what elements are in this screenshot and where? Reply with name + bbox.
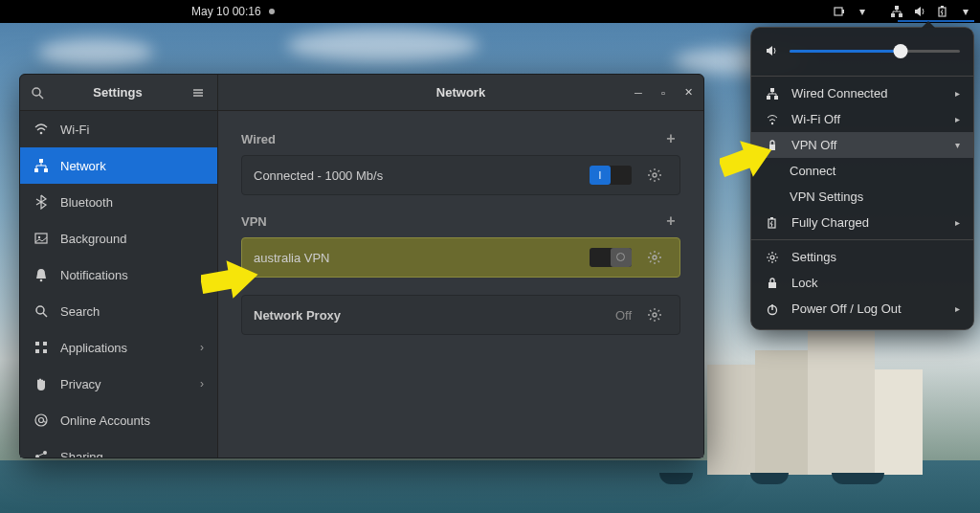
sidebar-item-search[interactable]: Search: [20, 293, 217, 329]
bell-icon: [33, 267, 49, 282]
svg-point-19: [36, 306, 44, 314]
vpn-connection-row[interactable]: australia VPN: [241, 237, 680, 278]
menu-item-battery[interactable]: Fully Charged▸: [751, 210, 973, 235]
sidebar-label: Notifications: [60, 268, 128, 282]
menu-item-vpn-settings[interactable]: VPN Settings: [751, 184, 973, 210]
svg-rect-43: [768, 282, 776, 288]
sidebar-label: Wi-Fi: [60, 123, 89, 137]
menu-item-wired[interactable]: Wired Connected▸: [751, 80, 973, 106]
add-wired-button[interactable]: +: [661, 130, 680, 147]
svg-rect-14: [34, 168, 38, 172]
wired-settings-button[interactable]: [641, 162, 668, 189]
svg-point-32: [653, 173, 657, 177]
window-titlebar[interactable]: Settings Network ─ ▫ ✕: [20, 75, 703, 111]
svg-point-18: [40, 279, 43, 282]
volume-icon: [765, 43, 780, 58]
minimize-button[interactable]: ─: [629, 83, 648, 102]
volume-slider[interactable]: [790, 50, 960, 53]
svg-line-8: [39, 95, 43, 99]
menu-item-vpn-connect[interactable]: Connect: [751, 158, 973, 184]
vpn-toggle[interactable]: [590, 248, 632, 267]
bluetooth-icon: [33, 194, 49, 210]
vpn-settings-button[interactable]: [641, 244, 668, 271]
svg-point-27: [35, 455, 39, 457]
svg-point-25: [35, 414, 47, 426]
at-icon: [33, 413, 49, 428]
add-vpn-button[interactable]: +: [661, 212, 680, 230]
svg-line-20: [43, 313, 47, 317]
svg-line-30: [39, 454, 44, 456]
wired-status-label: Connected - 1000 Mb/s: [254, 168, 383, 183]
network-icon: [33, 158, 49, 173]
datetime-label: May 10 00:16: [191, 5, 261, 18]
network-icon: [890, 5, 903, 18]
sidebar-title: Settings: [55, 85, 181, 100]
menu-item-settings[interactable]: Settings: [751, 244, 973, 270]
wired-icon: [765, 86, 780, 101]
proxy-settings-button[interactable]: [641, 301, 668, 328]
menu-item-lock[interactable]: Lock: [751, 270, 973, 296]
vpn-section-header: VPN+: [241, 212, 680, 230]
menu-label: Power Off / Log Out: [791, 301, 902, 316]
menu-item-power[interactable]: Power Off / Log Out▸: [751, 296, 973, 322]
power-icon: [765, 301, 780, 317]
clock[interactable]: May 10 00:16: [191, 5, 275, 18]
wired-section-header: Wired+: [241, 130, 680, 147]
svg-rect-41: [770, 217, 773, 219]
sidebar-item-wifi[interactable]: Wi-Fi: [20, 111, 217, 147]
wired-connection-row[interactable]: Connected - 1000 Mb/s I: [241, 155, 680, 195]
search-button[interactable]: [24, 79, 51, 106]
battery-icon: [765, 215, 780, 231]
sidebar-item-sharing[interactable]: Sharing: [20, 438, 217, 457]
menu-label: Fully Charged: [791, 215, 869, 230]
hamburger-button[interactable]: [185, 79, 212, 106]
settings-sidebar: Wi-Fi Network Bluetooth Background Notif…: [20, 111, 218, 457]
chevron-right-icon: ▸: [955, 217, 960, 228]
menu-label: VPN Settings: [790, 190, 863, 204]
svg-point-33: [653, 256, 657, 259]
wifi-icon: [765, 112, 780, 127]
sidebar-item-notifications[interactable]: Notifications: [20, 256, 217, 293]
battery-icon: [833, 5, 846, 18]
settings-main-panel: Wired+ Connected - 1000 Mb/s I VPN+ aust…: [218, 111, 703, 457]
menu-label: VPN Off: [791, 138, 836, 152]
sidebar-item-network[interactable]: Network: [20, 147, 217, 184]
menu-item-wifi[interactable]: Wi-Fi Off▸: [751, 106, 973, 132]
svg-rect-1: [842, 10, 844, 13]
caret-down-icon: ▾: [856, 5, 869, 18]
lock-icon: [765, 276, 780, 291]
close-button[interactable]: ✕: [679, 83, 698, 102]
sidebar-item-applications[interactable]: Applications›: [20, 329, 217, 366]
sidebar-label: Applications: [60, 341, 127, 355]
svg-marker-46: [201, 260, 258, 299]
system-tray[interactable]: ▾ ▾: [833, 5, 972, 18]
svg-point-38: [771, 122, 773, 123]
menu-label: Wi-Fi Off: [791, 112, 840, 126]
sidebar-label: Background: [60, 232, 126, 246]
chevron-right-icon: ▸: [955, 88, 960, 99]
sidebar-label: Bluetooth: [60, 195, 113, 210]
sidebar-label: Network: [60, 159, 106, 173]
menu-separator: [751, 76, 973, 77]
svg-rect-21: [35, 342, 39, 346]
sidebar-item-privacy[interactable]: Privacy›: [20, 366, 217, 402]
sidebar-item-online-accounts[interactable]: Online Accounts: [20, 402, 217, 438]
sidebar-label: Sharing: [60, 450, 103, 458]
wired-toggle[interactable]: I: [590, 166, 632, 185]
maximize-button[interactable]: ▫: [654, 83, 673, 102]
volume-slider-row: [751, 37, 973, 72]
svg-rect-0: [835, 8, 842, 15]
menu-item-vpn[interactable]: VPN Off▾: [751, 132, 973, 158]
svg-rect-22: [43, 342, 47, 346]
menu-label: Wired Connected: [791, 86, 887, 100]
svg-point-26: [39, 418, 44, 423]
svg-point-12: [40, 132, 43, 135]
sidebar-item-background[interactable]: Background: [20, 220, 217, 256]
network-proxy-row[interactable]: Network Proxy Off: [241, 295, 680, 335]
chevron-right-icon: ›: [200, 341, 204, 354]
menu-separator: [751, 239, 973, 240]
notification-dot-icon: [269, 9, 275, 14]
svg-rect-37: [774, 96, 778, 100]
hand-icon: [33, 376, 49, 391]
sidebar-item-bluetooth[interactable]: Bluetooth: [20, 184, 217, 220]
